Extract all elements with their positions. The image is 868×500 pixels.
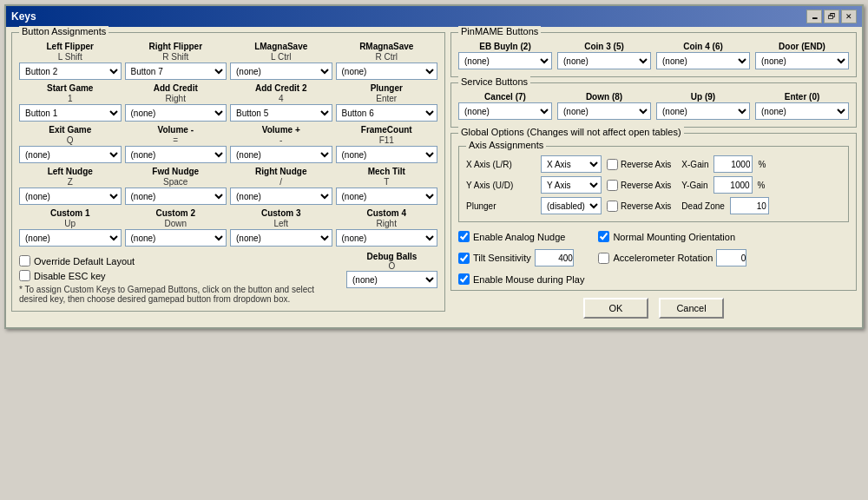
pinmame-select-0[interactable]: (none) (none) [458, 52, 552, 69]
axis-reverse-check-0[interactable] [607, 159, 618, 170]
pinmame-label-0: EB BuyIn (2) [458, 42, 552, 51]
gain-input-0[interactable] [713, 155, 753, 173]
btn-label-11: FrameCount [361, 125, 412, 135]
accel-rotation-label: Accelerometer Rotation [613, 253, 713, 263]
btn-label-3: RMagnaSave [359, 42, 413, 51]
pinmame-select-2[interactable]: (none) (none) [656, 52, 750, 69]
btn-select-7[interactable]: Button 6 (none) Button 1 Button 2 Button… [336, 104, 438, 122]
btn-item-6: Add Credit 2 4 Button 5 (none) Button 1 … [230, 83, 332, 122]
axis-reverse-check-1[interactable] [607, 180, 618, 191]
btn-sublabel-0: L Shift [58, 52, 82, 62]
gain-label-1: Y-Gain [681, 181, 707, 190]
axis-select-1[interactable]: Y Axis X Axis Y Axis (disabled) [541, 176, 602, 194]
btn-label-13: Fwd Nudge [152, 167, 199, 176]
service-select-1[interactable]: (none) (none) [557, 102, 651, 120]
tilt-sensitivity-checkbox[interactable] [458, 253, 470, 264]
button-assignments-grid: Left Flipper L Shift Button 2 (none) But… [19, 42, 437, 247]
pinmame-select-1[interactable]: (none) (none) [557, 52, 651, 69]
override-checkbox-row: Override Default Layout [19, 255, 339, 266]
override-checkbox[interactable] [19, 255, 30, 266]
btn-sublabel-5: Right [166, 94, 186, 103]
btn-select-14[interactable]: (none) (none) Button 1 Button 2 Button 3… [230, 188, 332, 205]
btn-select-3[interactable]: (none) (none) Button 1 Button 2 Button 3… [336, 62, 438, 80]
axis-row-2: Plunger (disabled) X Axis Y Axis (disabl… [466, 197, 841, 214]
disable-esc-checkbox[interactable] [19, 270, 30, 281]
debug-balls-item: Debug Balls O (none) [346, 252, 437, 288]
minimize-button[interactable]: 🗕 [806, 10, 822, 23]
analog-nudge-checkbox[interactable] [458, 231, 470, 242]
btn-select-16[interactable]: (none) (none) Button 1 Button 2 Button 3… [19, 229, 122, 247]
btn-item-17: Custom 2 Down (none) (none) Button 1 But… [125, 208, 227, 247]
btn-select-17[interactable]: (none) (none) Button 1 Button 2 Button 3… [125, 229, 227, 247]
btn-select-13[interactable]: (none) (none) Button 1 Button 2 Button 3… [125, 188, 227, 205]
btn-sublabel-11: F11 [379, 135, 394, 145]
btn-sublabel-4: 1 [68, 94, 73, 103]
pct-label-1: % [758, 181, 766, 190]
tilt-value-input[interactable] [535, 249, 574, 266]
btn-item-0: Left Flipper L Shift Button 2 (none) But… [19, 42, 122, 80]
pinmame-label-3: Door (END) [755, 42, 849, 51]
btn-select-12[interactable]: (none) (none) Button 1 Button 2 Button 3… [19, 188, 122, 205]
btn-item-3: RMagnaSave R Ctrl (none) (none) Button 1… [336, 42, 438, 80]
axis-rows: X Axis (L/R) X Axis X Axis Y Axis (disab… [466, 155, 841, 214]
btn-select-11[interactable]: (none) (none) Button 1 Button 2 Button 3… [336, 146, 438, 163]
btn-sublabel-18: Left [273, 219, 288, 228]
axis-row-1: Y Axis (U/D) Y Axis X Axis Y Axis (disab… [466, 176, 841, 194]
service-select-3[interactable]: (none) (none) [755, 102, 849, 120]
btn-select-6[interactable]: Button 5 (none) Button 1 Button 2 Button… [230, 104, 332, 122]
mouse-play-checkbox[interactable] [458, 273, 470, 285]
maximize-button[interactable]: 🗗 [824, 10, 839, 23]
btn-select-19[interactable]: (none) (none) Button 1 Button 2 Button 3… [336, 229, 438, 247]
gain-label-0: X-Gain [681, 160, 708, 169]
btn-select-10[interactable]: (none) (none) Button 1 Button 2 Button 3… [230, 146, 332, 163]
btn-select-2[interactable]: (none) (none) Button 1 Button 2 Button 3… [230, 62, 332, 80]
service-select-2[interactable]: (none) (none) [656, 102, 750, 120]
service-label-1: Down (8) [557, 92, 651, 102]
cancel-button[interactable]: Cancel [659, 298, 724, 319]
ok-button[interactable]: OK [583, 298, 648, 319]
axis-name-2: Plunger [466, 201, 536, 211]
axis-reverse-label-1: Reverse Axis [607, 180, 671, 191]
btn-item-11: FrameCount F11 (none) (none) Button 1 Bu… [336, 125, 438, 163]
btn-select-5[interactable]: (none) (none) Button 1 Button 2 Button 3… [125, 104, 227, 122]
btn-item-13: Fwd Nudge Space (none) (none) Button 1 B… [125, 167, 227, 205]
btn-label-2: LMagnaSave [254, 42, 307, 51]
axis-select-2[interactable]: (disabled) X Axis Y Axis (disabled) [541, 197, 602, 214]
btn-select-8[interactable]: (none) (none) Button 1 Button 2 Button 3… [19, 146, 122, 163]
axis-select-0[interactable]: X Axis X Axis Y Axis (disabled) [541, 155, 602, 173]
btn-label-10: Volume + [262, 125, 300, 135]
gain-input-1[interactable] [713, 176, 753, 194]
btn-sublabel-16: Up [64, 219, 76, 228]
btn-select-1[interactable]: Button 7 (none) Button 1 Button 2 Button… [125, 62, 227, 80]
btn-item-2: LMagnaSave L Ctrl (none) (none) Button 1… [230, 42, 332, 80]
analog-nudge-label: Enable Analog Nudge [473, 232, 565, 242]
btn-select-9[interactable]: (none) (none) Button 1 Button 2 Button 3… [125, 146, 227, 163]
btn-sublabel-7: Enter [376, 94, 397, 103]
normal-mounting-checkbox[interactable] [598, 231, 609, 242]
axis-reverse-check-2[interactable] [607, 201, 618, 212]
axis-name-0: X Axis (L/R) [466, 160, 536, 169]
service-select-0[interactable]: (none) (none) [458, 102, 552, 120]
axis-assignments-group: Axis Assignments X Axis (L/R) X Axis X A… [458, 146, 849, 222]
debug-balls-select[interactable]: (none) [346, 271, 437, 288]
gain-input-2[interactable] [730, 197, 769, 214]
disable-esc-checkbox-row: Disable ESC key [19, 270, 339, 281]
accel-rotation-checkbox[interactable] [598, 253, 609, 264]
btn-sublabel-13: Space [163, 177, 187, 187]
accel-value-input[interactable] [716, 249, 746, 266]
pinmame-select-3[interactable]: (none) (none) [755, 52, 849, 69]
btn-select-0[interactable]: Button 2 (none) Button 1 Button 2 Button… [19, 62, 122, 80]
btn-select-4[interactable]: Button 1 (none) Button 1 Button 2 Button… [19, 104, 122, 122]
service-buttons-title: Service Buttons [458, 76, 530, 87]
btn-item-10: Volume + - (none) (none) Button 1 Button… [230, 125, 332, 163]
btn-select-18[interactable]: (none) (none) Button 1 Button 2 Button 3… [230, 229, 332, 247]
btn-sublabel-19: Right [377, 219, 397, 228]
btn-select-15[interactable]: (none) (none) Button 1 Button 2 Button 3… [336, 188, 438, 205]
debug-balls-sublabel: O [389, 261, 396, 271]
keys-window: Keys 🗕 🗗 ✕ Button Assignments Left Flipp… [4, 4, 864, 329]
btn-label-1: Right Flipper [148, 42, 202, 51]
close-button[interactable]: ✕ [841, 10, 857, 23]
accel-rotation-row: Accelerometer Rotation [598, 249, 746, 266]
analog-nudge-row: Enable Analog Nudge [458, 231, 584, 242]
global-options-title: Global Options (Changes will not affect … [458, 127, 684, 137]
